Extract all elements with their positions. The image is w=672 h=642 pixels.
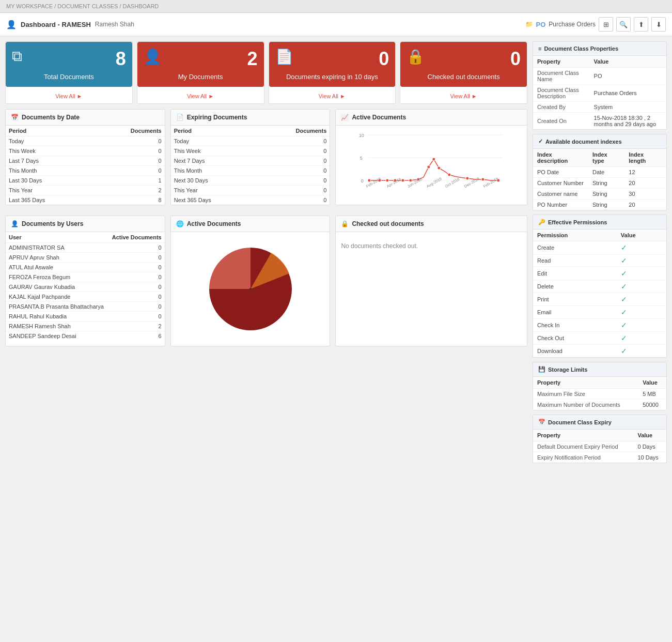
svg-point-15 bbox=[437, 166, 441, 170]
table-row: Read✓ bbox=[533, 254, 666, 267]
docs-by-users-panel: 👤 Documents by Users User Active Documen… bbox=[5, 216, 165, 346]
table-row: ATUL Atul Aswale0 bbox=[6, 263, 165, 272]
table-row: PO NumberString20 bbox=[533, 200, 666, 210]
total-docs-view-all[interactable]: View All ► bbox=[11, 91, 127, 101]
folder-icon: 📁 bbox=[525, 21, 533, 28]
checked-out-panel: 🔒 Checked out documents No documents che… bbox=[335, 216, 527, 346]
docs-by-users-body: User Active Documents ADMINISTRATOR SA0A… bbox=[6, 232, 165, 341]
total-docs-icon: ⧉ bbox=[12, 48, 22, 65]
my-docs-number: 2 bbox=[247, 48, 257, 70]
table-row: Delete✓ bbox=[533, 280, 666, 293]
my-docs-view-all[interactable]: View All ► bbox=[143, 91, 259, 101]
table-row: Last 365 Days8 bbox=[6, 195, 165, 205]
table-row: Last 30 Days1 bbox=[6, 176, 165, 186]
table-row: This Month0 bbox=[6, 166, 165, 176]
grid-view-button[interactable]: ⊞ bbox=[599, 17, 613, 32]
table-row: Created BySystem bbox=[533, 102, 666, 113]
svg-point-18 bbox=[481, 178, 485, 181]
dbu-docs-header: Active Documents bbox=[108, 232, 164, 243]
expiring-docs-number: 0 bbox=[379, 48, 389, 70]
active-docs-chart-header: 📈 Active Documents bbox=[336, 110, 527, 126]
check-icon: ✓ bbox=[621, 308, 627, 316]
table-row: SANDEEP Sandeep Desai6 bbox=[6, 331, 165, 341]
expiring-docs-header: 📄 Expiring Documents bbox=[171, 110, 330, 126]
ai-length-header: Index length bbox=[624, 149, 666, 167]
table-row: RAHUL Rahul Kubadia0 bbox=[6, 312, 165, 322]
table-row: GAURAV Gaurav Kubadia0 bbox=[6, 282, 165, 292]
docs-by-date-header: 📅 Documents by Date bbox=[6, 110, 165, 126]
breadcrumb: MY WORKSPACE / DOCUMENT CLASSES / DASHBO… bbox=[0, 0, 672, 13]
my-docs-icon: 👤 bbox=[144, 48, 162, 65]
indexes-icon: ✓ bbox=[538, 138, 543, 145]
table-row: Today0 bbox=[171, 136, 330, 146]
active-docs-chart-area: 10 5 0 bbox=[336, 126, 527, 194]
search-button[interactable]: 🔍 bbox=[616, 17, 631, 32]
sl-value-header: Value bbox=[638, 377, 666, 389]
table-row: This Week0 bbox=[171, 146, 330, 156]
doc-class-properties-section: ≡ Document Class Properties Property Val… bbox=[533, 41, 667, 130]
table-row: FEROZA Feroza Begum0 bbox=[6, 272, 165, 282]
po-label: PO bbox=[536, 21, 546, 28]
table-row: Expiry Notification Period10 Days bbox=[533, 452, 666, 463]
sl-property-header: Property bbox=[533, 377, 638, 389]
svg-text:Aug-2018: Aug-2018 bbox=[426, 176, 443, 188]
dbd-period-header: Period bbox=[6, 126, 90, 136]
expiring-docs-label: Documents expiring in 10 days bbox=[275, 73, 389, 81]
effective-permissions-section: 🔑 Effective Permissions Permission Value… bbox=[533, 215, 667, 358]
table-row: RAMESH Ramesh Shah2 bbox=[6, 322, 165, 331]
check-icon: ✓ bbox=[621, 321, 627, 329]
expiring-docs-view-all[interactable]: View All ► bbox=[274, 91, 390, 101]
storage-icon: 💾 bbox=[538, 366, 545, 373]
total-docs-number: 8 bbox=[116, 48, 126, 70]
doc-class-properties-header: ≡ Document Class Properties bbox=[533, 42, 666, 56]
table-row: This Year2 bbox=[6, 186, 165, 195]
top-bar: 👤 Dashboard - RAMESH Ramesh Shah 📁 PO Pu… bbox=[0, 13, 672, 36]
permissions-icon: 🔑 bbox=[538, 219, 545, 225]
pie-chart-svg bbox=[204, 242, 297, 335]
ep-perm-header: Permission bbox=[533, 230, 617, 241]
no-docs-message: No documents checked out. bbox=[336, 232, 527, 260]
download-button[interactable]: ⬇ bbox=[651, 17, 666, 32]
table-row: This Week0 bbox=[6, 146, 165, 156]
table-row: PO DateDate12 bbox=[533, 167, 666, 178]
table-row: Last 7 Days0 bbox=[6, 156, 165, 166]
available-indexes-body: Index description Index type Index lengt… bbox=[533, 149, 666, 210]
svg-text:0: 0 bbox=[361, 178, 364, 184]
middle-row: 📅 Documents by Date Period Documents Tod… bbox=[5, 109, 527, 210]
bottom-row: 👤 Documents by Users User Active Documen… bbox=[5, 216, 527, 351]
check-icon: ✓ bbox=[621, 256, 627, 265]
check-icon: ✓ bbox=[621, 347, 627, 355]
expiring-icon: 📄 bbox=[176, 114, 184, 121]
breadcrumb-item-2[interactable]: DOCUMENT CLASSES bbox=[57, 3, 118, 9]
properties-icon: ≡ bbox=[538, 45, 541, 52]
breadcrumb-item-3[interactable]: DASHBOARD bbox=[123, 3, 159, 9]
active-docs-pie-header: 🌐 Active Documents bbox=[171, 216, 330, 232]
table-row: Email✓ bbox=[533, 306, 666, 319]
table-row: This Year0 bbox=[171, 186, 330, 195]
docs-by-date-body: Period Documents Today0This Week0Last 7 … bbox=[6, 126, 165, 205]
top-bar-actions: 📁 PO Purchase Orders ⊞ 🔍 ⬆ ⬇ bbox=[525, 17, 666, 32]
table-row: Edit✓ bbox=[533, 267, 666, 280]
effective-permissions-body: Permission Value Create✓Read✓Edit✓Delete… bbox=[533, 230, 666, 357]
table-row: Next 7 Days0 bbox=[171, 156, 330, 166]
storage-limits-section: 💾 Storage Limits Property Value Maximum … bbox=[533, 362, 667, 410]
checked-out-card: 🔒 0 Checked out documents View All ► bbox=[400, 41, 527, 104]
checked-out-view-all[interactable]: View All ► bbox=[405, 91, 522, 101]
svg-point-13 bbox=[427, 165, 430, 169]
doc-class-expiry-header: 📅 Document Class Expiry bbox=[533, 415, 666, 430]
dcp-value-header: Value bbox=[590, 56, 666, 68]
upload-button[interactable]: ⬆ bbox=[634, 17, 648, 32]
check-icon: ✓ bbox=[621, 282, 627, 291]
my-docs-card: 👤 2 My Documents View All ► bbox=[137, 41, 264, 104]
svg-text:10: 10 bbox=[359, 133, 364, 138]
total-docs-label: Total Documents bbox=[12, 73, 126, 81]
line-chart-svg: 10 5 0 bbox=[341, 131, 522, 188]
docs-by-users-header: 👤 Documents by Users bbox=[6, 216, 165, 232]
ai-desc-header: Index description bbox=[533, 149, 588, 167]
svg-point-14 bbox=[432, 158, 435, 161]
active-docs-chart-panel: 📈 Active Documents 10 5 0 bbox=[335, 109, 527, 205]
po-text: Purchase Orders bbox=[549, 21, 596, 28]
users-icon: 👤 bbox=[11, 220, 19, 227]
breadcrumb-item-1[interactable]: MY WORKSPACE bbox=[6, 3, 53, 9]
storage-limits-header: 💾 Storage Limits bbox=[533, 362, 666, 377]
